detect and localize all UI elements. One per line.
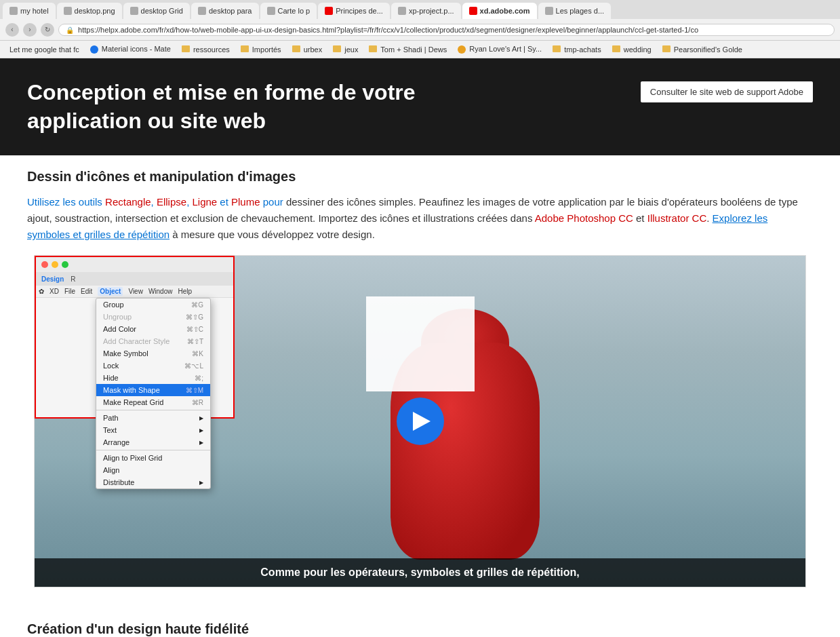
link-photoshop[interactable]: Adobe Photoshop CC (535, 212, 633, 224)
menu-item-path[interactable]: Path (96, 412, 210, 424)
text-utilisez: Utilisez les outils (27, 196, 105, 208)
menu-item-group[interactable]: Group ⌘G (96, 298, 210, 311)
bookmark-pearsonified[interactable]: Pearsonified's Golde (658, 45, 746, 54)
play-button[interactable] (397, 398, 444, 445)
tab-bar: my hotel desktop.png desktop Grid deskto… (0, 0, 840, 19)
menu-label-group: Group (103, 301, 124, 309)
tab-principes[interactable]: Principes de... (318, 3, 390, 19)
menu-item-add-char-style: Add Character Style ⌘⇧T (96, 335, 210, 347)
menu-item-make-repeat-grid[interactable]: Make Repeat Grid ⌘R (96, 396, 210, 408)
menu-label-add-char-style: Add Character Style (103, 337, 169, 345)
refresh-button[interactable]: ↻ (41, 23, 54, 37)
forward-button[interactable]: › (23, 23, 37, 37)
tab-favicon (64, 7, 72, 15)
bookmark-ryan-love[interactable]: Ryan Love's Art | Sy... (454, 44, 546, 54)
bookmark-tmp-achats[interactable]: tmp-achats (548, 45, 605, 54)
video-thumbnail-box (366, 296, 475, 391)
bookmark-icon (458, 45, 466, 54)
menu-item-add-color[interactable]: Add Color ⌘⇧C (96, 323, 210, 335)
menu-item-hide[interactable]: Hide ⌘; (96, 372, 210, 384)
text-pour: pour (260, 196, 283, 208)
link-rectangle[interactable]: Rectangle (105, 196, 151, 208)
xd-menu-help[interactable]: Help (178, 288, 192, 295)
menu-separator-1 (96, 410, 210, 410)
bookmark-wedding[interactable]: wedding (608, 45, 656, 54)
menu-item-lock[interactable]: Lock ⌘⌥L (96, 360, 210, 372)
menu-label-ungroup: Ungroup (103, 313, 132, 321)
tab-desktop-png[interactable]: desktop.png (57, 3, 122, 19)
menu-shortcut-lock: ⌘⌥L (184, 362, 203, 370)
tab-favicon-adobe-active (469, 7, 477, 15)
video-container: Design R ✿ XD File Edit Object View Wind… (34, 255, 806, 587)
tab-prototype[interactable]: R (71, 275, 75, 283)
bookmark-ressources[interactable]: ressources (178, 45, 234, 54)
support-link[interactable]: Consulter le site web de support Adobe (641, 81, 813, 102)
menu-label-align-pixel: Align to Pixel Grid (103, 454, 162, 462)
window-maximize-dot[interactable] (62, 261, 68, 268)
back-button[interactable]: ‹ (5, 23, 19, 37)
tab-desktop-para[interactable]: desktop para (191, 3, 259, 19)
menu-label-align: Align (103, 466, 119, 474)
link-plume[interactable]: Plume (231, 196, 260, 208)
link-illustrator[interactable]: Illustrator CC (647, 212, 707, 224)
menu-item-arrange[interactable]: Arrange (96, 436, 210, 448)
video-caption: Comme pour les opérateurs, symboles et g… (35, 558, 805, 587)
section-heading-icons: Dessin d'icônes et manipulation d'images (27, 169, 813, 185)
menu-item-align-pixel[interactable]: Align to Pixel Grid (96, 452, 210, 464)
bookmark-importes[interactable]: Importés (237, 45, 285, 54)
menu-item-text[interactable]: Text (96, 424, 210, 436)
bookmark-tom-shadi[interactable]: Tom + Shadi | Dews (365, 45, 451, 54)
xd-menu-object[interactable]: Object (98, 287, 123, 296)
menu-label-mask-with-shape: Mask with Shape (103, 386, 160, 394)
tab-favicon (398, 7, 406, 15)
bookmark-material-icons[interactable]: Material icons - Mate (86, 44, 175, 54)
bookmark-jeux[interactable]: jeux (329, 45, 362, 54)
xd-menu-window[interactable]: Window (148, 288, 173, 295)
menu-shortcut-hide: ⌘; (195, 374, 203, 382)
folder-icon (662, 45, 671, 52)
folder-icon (553, 45, 561, 52)
menu-item-mask-with-shape[interactable]: Mask with Shape ⌘⇧M (96, 384, 210, 396)
tab-desktop-grid[interactable]: desktop Grid (123, 3, 190, 19)
menu-label-lock: Lock (103, 362, 119, 370)
section-creation: Création d'un design haute fidélité (0, 601, 840, 637)
address-bar[interactable]: 🔒 https://helpx.adobe.com/fr/xd/how-to/w… (58, 24, 835, 36)
menu-label-make-symbol: Make Symbol (103, 349, 148, 358)
tab-plages[interactable]: Les plages d... (538, 3, 612, 19)
menu-label-path: Path (103, 414, 119, 422)
menu-item-distribute[interactable]: Distribute (96, 476, 210, 488)
tab-carte[interactable]: Carte lo p (260, 3, 317, 19)
bookmark-urbex[interactable]: urbex (288, 45, 327, 54)
folder-icon (612, 45, 620, 52)
xd-menu-edit[interactable]: Edit (81, 288, 92, 295)
tab-design[interactable]: Design (41, 275, 64, 283)
play-icon (413, 412, 431, 431)
link-ellipse[interactable]: Ellipse (157, 196, 186, 208)
menu-label-text: Text (103, 426, 117, 434)
folder-icon (369, 45, 377, 52)
menu-shortcut-make-symbol: ⌘K (192, 350, 203, 358)
xd-menu-view[interactable]: View (128, 288, 143, 295)
tab-favicon-adobe (325, 7, 333, 15)
menu-item-make-symbol[interactable]: Make Symbol ⌘K (96, 347, 210, 360)
xd-title-bar (36, 257, 233, 272)
folder-icon (241, 45, 249, 52)
menu-item-align[interactable]: Align (96, 464, 210, 476)
tab-my-hotel[interactable]: my hotel (3, 3, 56, 19)
bookmark-google[interactable]: Let me google that fc (5, 45, 83, 54)
tab-xd-adobe[interactable]: xd.adobe.com (462, 3, 537, 19)
menu-shortcut-mask-with-shape: ⌘⇧M (186, 387, 203, 394)
tab-xp-project[interactable]: xp-project.p... (391, 3, 461, 19)
folder-icon (333, 45, 341, 52)
menu-shortcut-add-char-style: ⌘⇧T (187, 338, 203, 345)
window-close-dot[interactable] (41, 261, 48, 268)
menu-shortcut-add-color: ⌘⇧C (186, 326, 203, 333)
article-section: Dessin d'icônes et manipulation d'images… (0, 155, 840, 601)
xd-menu-file[interactable]: File (64, 288, 75, 295)
link-ligne[interactable]: Ligne (192, 196, 217, 208)
menu-shortcut-make-repeat-grid: ⌘R (192, 399, 203, 406)
text-et2: et (633, 212, 647, 224)
window-minimize-dot[interactable] (52, 261, 58, 268)
xd-apple-menu[interactable]: ✿ (39, 288, 44, 295)
xd-menu-xd[interactable]: XD (49, 288, 59, 295)
